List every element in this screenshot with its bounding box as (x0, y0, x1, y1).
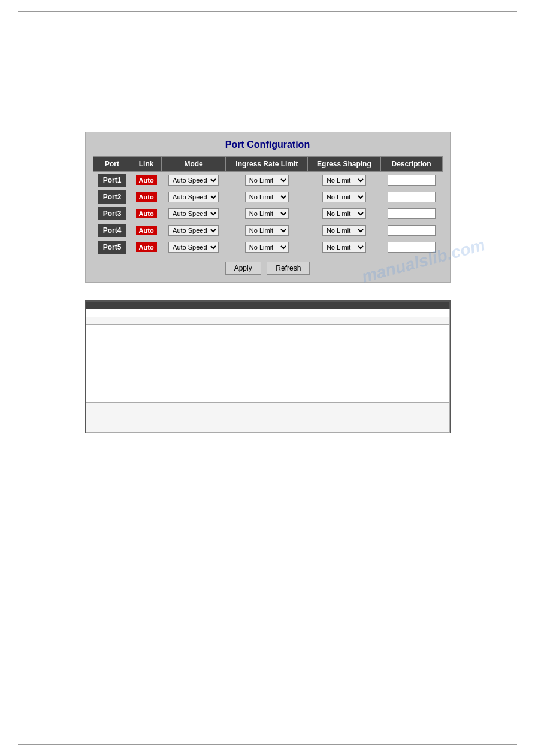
port-label: Port1 (98, 174, 126, 187)
ref-cell-3-1 (86, 325, 176, 403)
egress-select[interactable]: No Limit 512 Kbps 1 Mbps 2 Mbps (322, 242, 366, 253)
col-desc: Description (380, 157, 442, 172)
egress-cell[interactable]: No Limit 512 Kbps 1 Mbps 2 Mbps (308, 172, 380, 189)
egress-select[interactable]: No Limit 512 Kbps 1 Mbps 2 Mbps (322, 175, 366, 186)
port-label-cell: Port1 (93, 172, 131, 189)
col-mode: Mode (161, 157, 226, 172)
link-badge: Auto (136, 175, 157, 185)
egress-cell[interactable]: No Limit 512 Kbps 1 Mbps 2 Mbps (308, 205, 380, 222)
table-row (86, 325, 449, 403)
ingress-cell[interactable]: No Limit 512 Kbps 1 Mbps 2 Mbps (226, 239, 308, 256)
link-cell: Auto (131, 222, 161, 239)
desc-input[interactable] (388, 175, 436, 186)
ref-col-1 (86, 302, 176, 309)
port-label-cell: Port2 (93, 189, 131, 205)
col-ingress: Ingress Rate Limit (226, 157, 308, 172)
desc-cell[interactable] (380, 222, 442, 239)
ref-table (86, 301, 450, 433)
mode-cell[interactable]: Auto Speed 10M Half 10M Full 100M Half 1… (161, 172, 226, 189)
table-row: Port1 Auto Auto Speed 10M Half 10M Full … (93, 172, 442, 189)
mode-cell[interactable]: Auto Speed 10M Half 10M Full 100M Half 1… (161, 239, 226, 256)
ref-cell-1-1 (86, 309, 176, 317)
desc-input[interactable] (388, 225, 436, 236)
table-row: Port5 Auto Auto Speed 10M Half 10M Full … (93, 239, 442, 256)
port-label: Port2 (98, 190, 126, 204)
table-row: Port4 Auto Auto Speed 10M Half 10M Full … (93, 222, 442, 239)
bottom-divider (18, 744, 517, 745)
ingress-cell[interactable]: No Limit 512 Kbps 1 Mbps 2 Mbps (226, 205, 308, 222)
ref-cell-1-2 (176, 309, 449, 317)
port-label-cell: Port4 (93, 222, 131, 239)
port-label: Port4 (98, 224, 126, 237)
egress-cell[interactable]: No Limit 512 Kbps 1 Mbps 2 Mbps (308, 222, 380, 239)
mode-cell[interactable]: Auto Speed 10M Half 10M Full 100M Half 1… (161, 205, 226, 222)
port-label: Port5 (98, 241, 126, 254)
table-row (86, 403, 449, 433)
mode-select[interactable]: Auto Speed 10M Half 10M Full 100M Half 1… (168, 175, 219, 186)
table-row (86, 317, 449, 325)
col-port: Port (93, 157, 131, 172)
col-link: Link (131, 157, 161, 172)
apply-button[interactable]: Apply (225, 262, 261, 275)
port-config-table: Port Link Mode Ingress Rate Limit Egress… (93, 156, 443, 256)
link-cell: Auto (131, 172, 161, 189)
port-label: Port3 (98, 207, 126, 220)
link-badge: Auto (136, 209, 157, 218)
egress-cell[interactable]: No Limit 512 Kbps 1 Mbps 2 Mbps (308, 239, 380, 256)
desc-input[interactable] (388, 242, 436, 253)
desc-cell[interactable] (380, 172, 442, 189)
ingress-cell[interactable]: No Limit 512 Kbps 1 Mbps 2 Mbps (226, 172, 308, 189)
ingress-select[interactable]: No Limit 512 Kbps 1 Mbps 2 Mbps (245, 242, 289, 253)
mode-cell[interactable]: Auto Speed 10M Half 10M Full 100M Half 1… (161, 222, 226, 239)
egress-select[interactable]: No Limit 512 Kbps 1 Mbps 2 Mbps (322, 192, 366, 202)
ingress-select[interactable]: No Limit 512 Kbps 1 Mbps 2 Mbps (245, 225, 289, 236)
port-label-cell: Port5 (93, 239, 131, 256)
table-header-row: Port Link Mode Ingress Rate Limit Egress… (93, 157, 442, 172)
port-config-title: Port Configuration (93, 139, 443, 150)
mode-select[interactable]: Auto Speed 10M Half 10M Full 100M Half 1… (168, 208, 219, 219)
ref-col-2 (176, 302, 449, 309)
port-config-panel: Port Configuration Port Link Mode Ingres… (85, 132, 451, 283)
link-badge: Auto (136, 192, 157, 202)
table-row (86, 309, 449, 317)
mode-select[interactable]: Auto Speed 10M Half 10M Full 100M Half 1… (168, 225, 219, 236)
port-label-cell: Port3 (93, 205, 131, 222)
mode-cell[interactable]: Auto Speed 10M Half 10M Full 100M Half 1… (161, 189, 226, 205)
link-badge: Auto (136, 242, 157, 252)
table-row: Port3 Auto Auto Speed 10M Half 10M Full … (93, 205, 442, 222)
ref-cell-4-1 (86, 403, 176, 433)
ingress-cell[interactable]: No Limit 512 Kbps 1 Mbps 2 Mbps (226, 189, 308, 205)
ingress-select[interactable]: No Limit 512 Kbps 1 Mbps 2 Mbps (245, 192, 289, 202)
ref-cell-2-1 (86, 317, 176, 325)
page-content: manualslib.com Port Configuration Port L… (0, 12, 535, 463)
egress-cell[interactable]: No Limit 512 Kbps 1 Mbps 2 Mbps (308, 189, 380, 205)
desc-input[interactable] (388, 208, 436, 219)
mode-select[interactable]: Auto Speed 10M Half 10M Full 100M Half 1… (168, 242, 219, 253)
link-badge: Auto (136, 226, 157, 235)
mode-select[interactable]: Auto Speed 10M Half 10M Full 100M Half 1… (168, 192, 219, 202)
link-cell: Auto (131, 239, 161, 256)
ingress-select[interactable]: No Limit 512 Kbps 1 Mbps 2 Mbps (245, 208, 289, 219)
ingress-select[interactable]: No Limit 512 Kbps 1 Mbps 2 Mbps (245, 175, 289, 186)
refresh-button[interactable]: Refresh (267, 262, 310, 275)
link-cell: Auto (131, 205, 161, 222)
desc-input[interactable] (388, 192, 436, 202)
ref-table-wrapper (85, 300, 451, 433)
link-cell: Auto (131, 189, 161, 205)
desc-cell[interactable] (380, 205, 442, 222)
ref-cell-4-2 (176, 403, 449, 433)
egress-select[interactable]: No Limit 512 Kbps 1 Mbps 2 Mbps (322, 225, 366, 236)
ref-header-row (86, 302, 449, 309)
ingress-cell[interactable]: No Limit 512 Kbps 1 Mbps 2 Mbps (226, 222, 308, 239)
ref-cell-3-2 (176, 325, 449, 403)
desc-cell[interactable] (380, 189, 442, 205)
button-row: Apply Refresh (93, 262, 443, 275)
table-row: Port2 Auto Auto Speed 10M Half 10M Full … (93, 189, 442, 205)
ref-cell-2-2 (176, 317, 449, 325)
egress-select[interactable]: No Limit 512 Kbps 1 Mbps 2 Mbps (322, 208, 366, 219)
desc-cell[interactable] (380, 239, 442, 256)
col-egress: Egress Shaping (308, 157, 380, 172)
